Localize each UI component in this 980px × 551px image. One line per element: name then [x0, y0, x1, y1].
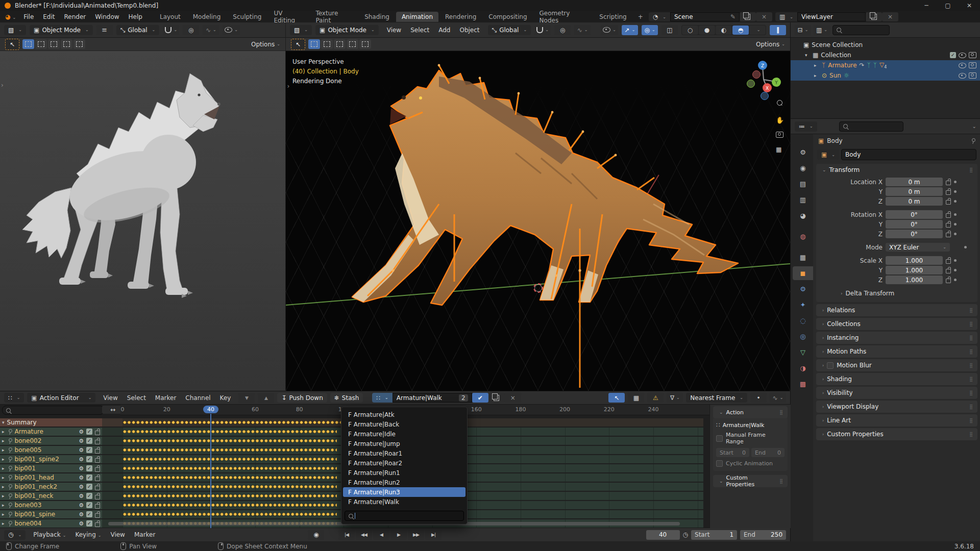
main-menu-window[interactable]: Window: [90, 13, 124, 20]
transform-value-field[interactable]: 1.000: [886, 256, 943, 265]
eye-icon[interactable]: [959, 53, 966, 58]
pin-icon[interactable]: [7, 484, 12, 490]
transform-value-field[interactable]: 0 m: [886, 187, 943, 196]
playhead-line[interactable]: [210, 414, 211, 528]
dope-menu-view[interactable]: View: [99, 394, 122, 402]
properties-tab-collection[interactable]: ▦: [793, 251, 813, 264]
properties-tab-world[interactable]: ◍: [793, 230, 813, 243]
object-id-icon-button[interactable]: ▣⌄: [817, 149, 839, 160]
outliner-display-mode[interactable]: ⊟⌄: [795, 25, 811, 35]
panel-grip[interactable]: ⣿: [969, 390, 973, 395]
expand-icon[interactable]: ▸: [2, 457, 5, 462]
transport-prev-keyframe[interactable]: ◀◀: [356, 530, 372, 540]
dropdown-search-input[interactable]: [345, 511, 464, 521]
shading-wireframe-button[interactable]: ○: [682, 26, 698, 35]
viewport-menu-object[interactable]: Object: [455, 27, 484, 34]
scene-name[interactable]: Scene: [674, 13, 693, 20]
action-start-field[interactable]: Start0: [716, 448, 749, 457]
push-down-button[interactable]: ↧Push Down: [277, 393, 327, 403]
subpanel-expand-icon[interactable]: ›: [841, 291, 843, 296]
cyclic-animation-checkbox[interactable]: [716, 460, 723, 467]
select-mode-set[interactable]: [22, 39, 34, 49]
orientation-select[interactable]: ⤡Global⌄: [116, 25, 160, 35]
select-mode-subtract[interactable]: [334, 39, 346, 49]
ruler-frame-200[interactable]: 200: [555, 406, 575, 413]
transform-value-field[interactable]: 0 m: [886, 197, 943, 206]
expander-icon[interactable]: ▾: [805, 53, 810, 58]
shading-solid-button[interactable]: ●: [699, 26, 715, 35]
pin-icon[interactable]: [7, 493, 12, 499]
expand-icon[interactable]: ▸: [2, 503, 5, 508]
mute-checkbox[interactable]: ✓: [86, 465, 92, 471]
outliner-row-scene-collection[interactable]: ▣Scene Collection: [791, 40, 980, 50]
shading-rendered-button[interactable]: ◓: [732, 26, 749, 35]
properties-tab-output[interactable]: ▤: [793, 177, 813, 191]
collapsed-menus-button[interactable]: ≡: [96, 25, 113, 35]
transform-value-field[interactable]: 0°: [886, 230, 943, 238]
lock-icon[interactable]: [95, 522, 100, 527]
dropdown-item-roar2[interactable]: F Armature|Roar2: [343, 458, 465, 468]
dropdown-item-back[interactable]: F Armature|Back: [343, 419, 465, 429]
main-menu-file[interactable]: File: [19, 13, 38, 20]
shading-options-dropdown[interactable]: ⌄: [749, 26, 766, 35]
playhead-frame-pill[interactable]: 40: [203, 406, 218, 413]
lock-icon[interactable]: [946, 233, 951, 237]
transform-value-field[interactable]: 0°: [886, 210, 943, 219]
pin-icon[interactable]: [7, 502, 12, 508]
manual-frame-range-checkbox[interactable]: [716, 435, 723, 442]
properties-tab-physics[interactable]: ◌: [793, 314, 813, 328]
show-hidden-toggle[interactable]: ▦: [628, 393, 644, 403]
dope-menu-marker[interactable]: Marker: [151, 394, 181, 402]
show-errors-toggle[interactable]: ⚠: [647, 393, 664, 403]
pin-icon[interactable]: [7, 429, 12, 435]
panel-checkbox[interactable]: [827, 362, 834, 369]
transform-value-field[interactable]: 1.000: [886, 276, 943, 284]
properties-tab-scene[interactable]: ◕: [793, 209, 813, 222]
camera-icon[interactable]: [969, 72, 976, 79]
expand-icon[interactable]: ▸: [2, 466, 5, 471]
snap-mode-select[interactable]: Nearest Frame⌄: [686, 393, 747, 403]
properties-tab-modifiers[interactable]: ⚙: [793, 282, 813, 296]
dope-menu-key[interactable]: Key: [215, 394, 236, 402]
panel-motion-paths[interactable]: ›Motion Paths⣿: [816, 345, 977, 358]
add-workspace-button[interactable]: +: [632, 12, 649, 22]
panel-grip[interactable]: ⣿: [969, 432, 973, 437]
editor-type-button[interactable]: ◷⌄: [4, 530, 26, 540]
channel-move-down-button[interactable]: ▼: [238, 393, 255, 403]
scene-copy-button[interactable]: [740, 12, 756, 21]
outliner-row-collection[interactable]: ▾▦Collection✓: [791, 50, 980, 60]
action-browse-button[interactable]: ∷⌄: [372, 393, 392, 403]
workspace-tab-animation[interactable]: Animation: [396, 12, 438, 22]
lock-icon[interactable]: [946, 200, 951, 205]
workspace-tab-layout[interactable]: Layout: [154, 12, 186, 22]
pin-icon[interactable]: ✎: [730, 13, 736, 20]
xray-toggle[interactable]: ◫: [662, 25, 678, 35]
delta-transform-subpanel[interactable]: Delta Transform: [846, 290, 895, 297]
panel-expand-icon[interactable]: ›: [822, 363, 824, 368]
animate-dot[interactable]: [954, 259, 957, 262]
timeline-menu-playback[interactable]: Playback⌄: [29, 531, 70, 538]
modifier-icon[interactable]: ⚙: [79, 493, 84, 499]
pin-icon[interactable]: [7, 474, 12, 481]
only-selected-toggle[interactable]: ↖: [608, 393, 625, 403]
dropdown-item-roar1[interactable]: F Armature|Roar1: [343, 448, 465, 458]
show-gizmo-toggle[interactable]: ↗⌄: [622, 25, 638, 35]
camera-icon[interactable]: [969, 52, 976, 58]
transform-panel-title[interactable]: Transform: [829, 166, 860, 173]
lock-icon[interactable]: [95, 458, 100, 463]
channel-move-up-button[interactable]: ▲: [258, 393, 274, 403]
lock-icon[interactable]: [946, 181, 951, 185]
main-menu-render[interactable]: Render: [60, 13, 91, 20]
filter-visibility-button[interactable]: ⌄: [223, 25, 240, 35]
properties-tab-texture[interactable]: ▩: [793, 377, 813, 391]
transport-jump-start[interactable]: |◀: [338, 530, 355, 540]
dope-menu-select[interactable]: Select: [122, 394, 151, 402]
pause-render-button[interactable]: ‖: [770, 25, 786, 35]
ruler-frame-160[interactable]: 160: [466, 406, 486, 413]
dropdown-item-walk[interactable]: F Armature|Walk: [343, 497, 465, 507]
action-users-count[interactable]: 2: [459, 394, 468, 402]
action-copy-button[interactable]: [488, 393, 505, 403]
workspace-tab-rendering[interactable]: Rendering: [439, 12, 482, 22]
breadcrumb[interactable]: Body: [827, 137, 842, 144]
select-mode-subtract[interactable]: [48, 39, 60, 49]
